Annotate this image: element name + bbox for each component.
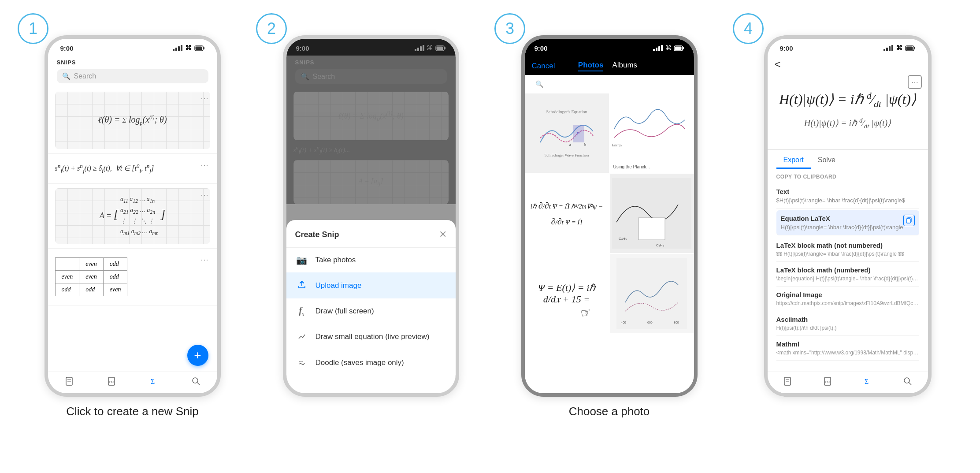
search-icon: 🔍 [62,72,71,80]
svg-rect-23 [638,218,665,240]
step-2-phone-area: 9:00 ⌘ [283,35,459,397]
step-4-tab-solve[interactable]: Solve [811,153,843,169]
step-2-modal-close[interactable]: ✕ [439,229,447,240]
step-1-snip-2-menu[interactable]: ⋯ [200,160,208,170]
step-2-wrapper: 2 9:00 ⌘ [265,18,477,397]
step-1-snip-1-image: ℓ(θ) = Σ logp(x(i); θ) [55,92,210,149]
step-1-snip-2[interactable]: sni(t) + snj(t) ≥ δi(t), ∀t ∈ [t0i, tnj]… [48,154,217,184]
step-4-copy-ascii-value: H(t)|psi(t):)/i\h d/dt |psi(t):) [776,325,919,331]
step-3-photo-6[interactable]: 400 600 800 Wavelength (nm) [610,254,694,333]
svg-text:400: 400 [621,321,626,324]
step-1-signal [173,45,182,51]
step-4-copy-mathml-word[interactable]: Mathml (MS Word) - Desktop only <math xm… [776,361,919,363]
step-4-copy-section: COPY TO CLIPBOARD Text $H(t)|\psi(t)\ran… [768,169,928,363]
step-1-search-bar[interactable]: 🔍 Search [57,69,208,83]
step-2-modal-item-2[interactable]: fx Draw (full screen) [286,298,456,324]
step-1-status-icons: ⌘ [173,44,205,52]
svg-point-42 [904,378,909,383]
step-4-status-bar: 9:00 ⌘ [768,39,928,56]
step-1-snip-4[interactable]: even odd even even odd odd [48,249,217,305]
draw-small-icon [295,331,308,343]
svg-rect-1 [203,47,204,49]
step-3-cancel-btn[interactable]: Cancel [532,62,555,71]
step-2-modal-header: Create Snip ✕ [286,229,456,248]
step-3-tab-albums[interactable]: Albums [612,61,637,71]
step-3-photo-2[interactable]: Energy Using the Planck... [610,93,694,173]
tutorial-container: 1 9:00 ⌘ [0,0,980,473]
step-4-copy-text-title: Text [776,188,919,195]
step-1-snip-1[interactable]: ℓ(θ) = Σ logp(x(i); θ) ⋯ [48,87,217,154]
step-2-modal-item-3[interactable]: Draw small equation (live preview) [286,324,456,350]
step-1-tab-sigma[interactable]: Σ [133,376,175,386]
step-2-modal-item-4[interactable]: Doodle (saves image only) [286,350,456,376]
step-1-search-text: Search [74,72,97,80]
step-1-tab-pdf[interactable]: PDF [90,376,133,386]
step-4-copy-original-value: https://cdn.mathpix.com/snip/images/zFI1… [776,300,919,306]
step-2-modal-item-3-label: Draw small equation (live preview) [316,332,430,341]
step-3-photo-3[interactable]: iℏ ∂/∂t Ψ = Ĥ ℏ²/2m∇²ψ − ∂/∂t Ψ = Ĥ [525,174,609,253]
step-1-snip-2-content: sni(t) + snj(t) ≥ δi(t), ∀t ∈ [t0i, tnj] [55,158,210,179]
step-2-modal-item-0[interactable]: 📷 Take photos [286,248,456,272]
step-1-snip-4-content: even odd even even odd odd [55,253,210,301]
step-4-phone: 9:00 ⌘ [764,35,932,397]
step-4-copy-icon[interactable] [903,215,915,226]
step-4-copy-block-nonum-title: LaTeX block math (not numbered) [776,242,919,249]
step-2-modal-item-1[interactable]: Upload image [286,272,456,298]
svg-text:b: b [584,142,587,147]
step-4-sub-equation: H(t)|ψ(t)⟩ = iℏ d⁄dt |ψ(t)⟩ [804,117,891,130]
step-1-tab-doc[interactable] [48,376,90,386]
step-4-copy-block-nonum[interactable]: LaTeX block math (not numbered) $$ H(t)|… [776,237,919,262]
step-3-photo-1[interactable]: Schrödinger's Equation P a b Schrödinger… [525,93,609,173]
step-3-search-placeholder: Photos, People, Places... [547,81,621,88]
step-4-back-btn[interactable]: < [775,58,781,70]
step-3-wrapper: 3 9:00 ⌘ [503,18,715,418]
step-4-copy-mathml-title: Mathml [776,340,919,348]
step-3-photos-search[interactable]: 🔍 Photos, People, Places... [530,77,689,92]
svg-text:PDF: PDF [825,380,832,384]
svg-text:Energy: Energy [612,143,622,147]
step-1-tab-search[interactable] [175,376,217,386]
step-1-snip-4-menu[interactable]: ⋯ [200,255,208,264]
step-4-copy-block-nonum-value: $$ H(t)|\psi(t)\rangle= \hbar \frac{d}{d… [776,251,919,257]
step-4-copy-mathml[interactable]: Mathml <math xmlns="http://www.w3.org/19… [776,336,919,361]
step-3-signal [653,45,663,51]
step-1-snip-1-menu[interactable]: ⋯ [200,93,208,103]
step-4-phone-area: 9:00 ⌘ [764,35,932,397]
svg-text:PDF: PDF [109,380,116,384]
step-2-modal-item-4-label: Doodle (saves image only) [316,358,404,367]
step-4-copy-ascii[interactable]: Asciimath H(t)|psi(t):)/i\h d/dt |psi(t)… [776,311,919,336]
step-1-snip-3[interactable]: A = [ a11 a12 … a1n a21 a22 … a2n ⋮ ⋮ ⋱ … [48,184,217,249]
step-4-copy-mathml-value: <math xmlns="http://www.w3.org/1998/Math… [776,350,919,356]
step-1-app-header: SNIPS 🔍 Search [48,56,217,87]
svg-rect-16 [675,46,681,50]
step-4-more-btn[interactable]: ⋯ [908,75,922,89]
step-4-tab-export[interactable]: Export [776,153,811,169]
step-4-copy-text[interactable]: Text $H(t)|\psi(t)\rangle= \hbar \frac{d… [776,183,919,209]
step-4-tab-sigma[interactable]: Σ [848,376,888,386]
step-4-math-area: ⋯ H(t)|ψ(t)⟩ = iℏ d⁄dt |ψ(t)⟩ H(t)|ψ(t)⟩… [768,71,928,150]
step-1-app-title: SNIPS [57,59,208,66]
svg-text:800: 800 [674,321,679,324]
step-4-copy-ascii-title: Asciimath [776,316,919,323]
step-4-copy-block-num[interactable]: LaTeX block math (numbered) \begin{equat… [776,262,919,287]
step-4-tab-doc[interactable] [768,376,808,386]
svg-text:Σ: Σ [151,378,155,385]
svg-line-43 [909,383,912,385]
step-4-copy-block-num-value: \begin{equation} H(t)|\psi(t)\rangle= \h… [776,276,919,282]
step-3-photo-4[interactable]: C₆H₅ C₆H₄ [610,174,694,253]
step-2-modal-item-2-label: Draw (full screen) [316,307,374,316]
step-4-copy-latex[interactable]: Equation LaTeX H(t)|\psi(t)\rangle= \hba… [776,210,919,235]
step-1-fab-button[interactable]: + [187,345,208,366]
step-4-copy-label: COPY TO CLIPBOARD [776,174,919,180]
step-4-tab-pdf[interactable]: PDF [808,376,848,386]
step-4-main-equation: H(t)|ψ(t)⟩ = iℏ d⁄dt |ψ(t)⟩ [779,90,916,110]
step-4-tab-search[interactable] [888,376,928,386]
step-4-copy-text-value: $H(t)|\psi(t)\rangle= \hbar \frac{d}{dt}… [776,197,919,204]
step-3-photo-5[interactable]: Ψ = E(t)⟩ = iℏ d/d𝑥 + 15 = ☞ [525,254,609,333]
step-4-copy-original[interactable]: Original Image https://cdn.mathpix.com/s… [776,287,919,311]
step-4-copy-latex-title: Equation LaTeX [781,215,915,222]
step-3-phone: 9:00 ⌘ [521,35,698,397]
step-3-tab-photos[interactable]: Photos [578,61,604,71]
step-1-snip-3-menu[interactable]: ⋯ [200,190,208,200]
step-2-number: 2 [256,13,287,44]
